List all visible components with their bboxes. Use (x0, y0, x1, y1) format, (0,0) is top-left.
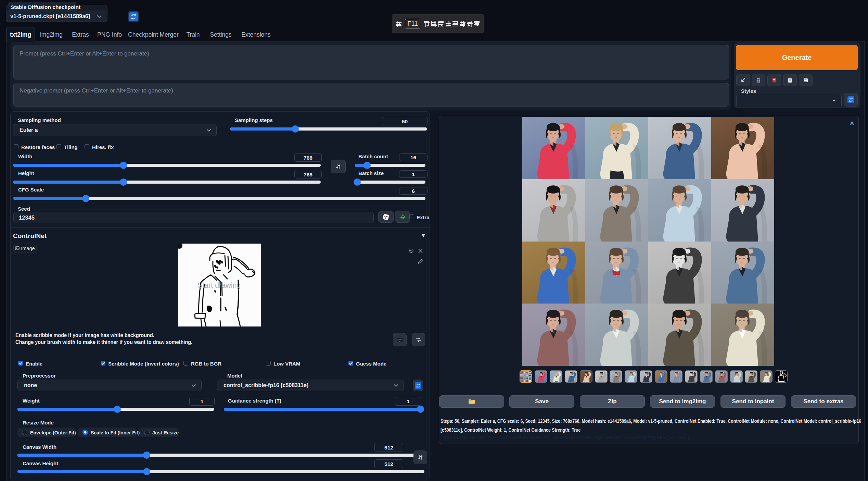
svg-text:Start drawing: Start drawing (197, 281, 241, 289)
